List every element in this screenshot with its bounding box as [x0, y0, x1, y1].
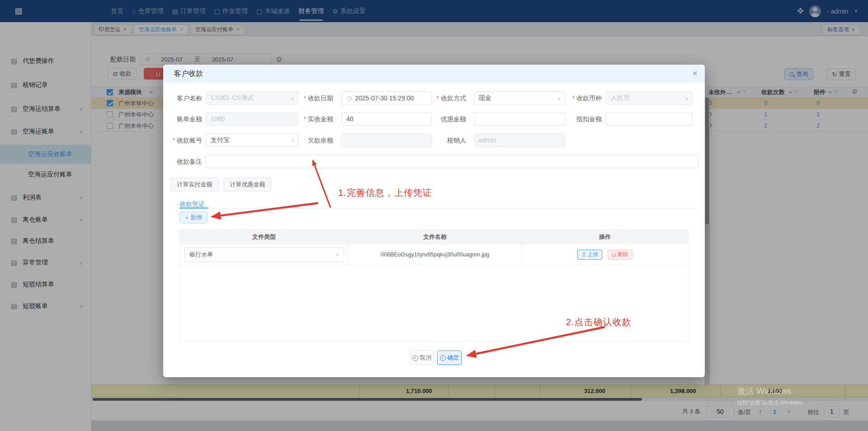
chevron-down-icon: ∨ — [557, 95, 561, 101]
bill-amount-input[interactable]: 1060 — [206, 112, 298, 126]
chevron-down-icon: ∨ — [685, 95, 689, 101]
file-type-select[interactable]: 银行水单∨ — [184, 247, 344, 262]
customer-name-label: 客户名称 — [170, 91, 202, 105]
close-icon[interactable]: × — [692, 68, 698, 79]
remark-label: 收款备注 — [170, 155, 202, 168]
calc-paid-amount-button[interactable]: 计算实付金额 — [171, 178, 218, 191]
payment-account-select[interactable]: 支付宝∨ — [206, 133, 298, 147]
paid-amount-value: 40 — [346, 115, 354, 123]
discount-amount-input[interactable] — [474, 112, 565, 126]
discount-amount-label: 优惠金额 — [425, 112, 466, 126]
upload-label: 上传 — [587, 251, 598, 258]
dialog-title: 客户收款 — [174, 69, 203, 79]
confirm-circle-icon: ✓ — [440, 355, 446, 361]
currency-value: 人民币 — [611, 94, 630, 102]
payment-account-label: 收款账号 — [170, 133, 202, 147]
paid-amount-label: 实收金额 — [292, 112, 333, 126]
customer-payment-dialog: 客户收款 × 客户名称 CS001-CS测试∨ 收款日期 ◷2025-07-30… — [163, 65, 705, 377]
file-table-row: 银行水单∨ 006BEoGsgy1hjnx65pqkvj30u00uagmn.j… — [180, 244, 688, 265]
paid-amount-input[interactable]: 40 — [341, 112, 432, 126]
dialog-header: 客户收款 × — [163, 65, 705, 83]
delete-label: 删除 — [618, 251, 628, 258]
remark-input[interactable] — [206, 155, 698, 168]
bill-amount-label: 账单金额 — [170, 112, 202, 126]
customer-name-value: CS001-CS测试 — [211, 94, 254, 102]
payment-account-value: 支付宝 — [211, 136, 230, 144]
file-name-header: 文件名称 — [349, 230, 522, 244]
file-name: 006BEoGsgy1hjnx65pqkvj30u00uagmn.jpg — [381, 251, 489, 258]
currency-label: 收款币种 — [561, 91, 602, 105]
tab-divider — [179, 208, 698, 208]
currency-select[interactable]: 人民币∨ — [606, 91, 693, 105]
cancel-button[interactable]: ×取消 — [410, 350, 434, 365]
payment-date-label: 收款日期 — [292, 91, 333, 105]
upload-button[interactable]: ↥上传 — [577, 250, 602, 260]
trash-icon: ⊔ — [612, 251, 616, 258]
plus-icon: + — [185, 214, 189, 221]
chevron-down-icon: ∨ — [335, 252, 339, 258]
voucher-file-table: 文件类型 文件名称 操作 银行水单∨ 006BEoGsgy1hjnx65pqkv… — [179, 229, 689, 341]
cancel-circle-icon: × — [412, 355, 418, 361]
app-root: ▦ 首页 ⌂仓库管理 ▤订单管理 ▢作业管理 ▢末端派送 财务管理 ⚙系统设置 … — [0, 0, 868, 431]
file-type-value: 银行水单 — [189, 251, 213, 259]
payment-method-select[interactable]: 现金∨ — [474, 91, 565, 105]
tab-active-underline — [179, 208, 208, 208]
debt-balance-input[interactable] — [341, 133, 432, 147]
calc-discount-label: 计算优惠金额 — [230, 180, 265, 189]
payment-method-label: 收款方式 — [425, 91, 466, 105]
confirm-button[interactable]: ✓确定 — [437, 350, 462, 365]
file-table-header: 文件类型 文件名称 操作 — [180, 230, 688, 244]
delete-file-button[interactable]: ⊔删除 — [608, 250, 632, 260]
upload-icon: ↥ — [581, 251, 586, 258]
verifier-label: 核销人 — [425, 133, 466, 147]
deduct-amount-label: 抵扣金额 — [561, 112, 602, 126]
add-voucher-button[interactable]: +新增 — [179, 212, 208, 223]
payment-date-input[interactable]: ◷2025-07-30 15:29:00 — [341, 91, 432, 105]
bill-amount-value: 1060 — [211, 115, 225, 123]
customer-name-select[interactable]: CS001-CS测试∨ — [206, 91, 298, 105]
file-type-header: 文件类型 — [180, 230, 349, 244]
cancel-label: 取消 — [420, 354, 432, 362]
payment-method-value: 现金 — [479, 94, 491, 102]
payment-date-value: 2025-07-30 15:29:00 — [355, 95, 414, 102]
clock-icon: ◷ — [346, 95, 352, 102]
calc-paid-label: 计算实付金额 — [177, 180, 212, 189]
add-label: 新增 — [190, 213, 202, 222]
verifier-input[interactable]: admin — [474, 133, 565, 147]
calc-discount-amount-button[interactable]: 计算优惠金额 — [224, 178, 271, 191]
debt-balance-label: 欠款余额 — [292, 133, 333, 147]
confirm-label: 确定 — [448, 354, 459, 362]
operation-header: 操作 — [522, 230, 688, 244]
verifier-value: admin — [479, 137, 496, 144]
deduct-amount-input[interactable] — [606, 112, 693, 126]
